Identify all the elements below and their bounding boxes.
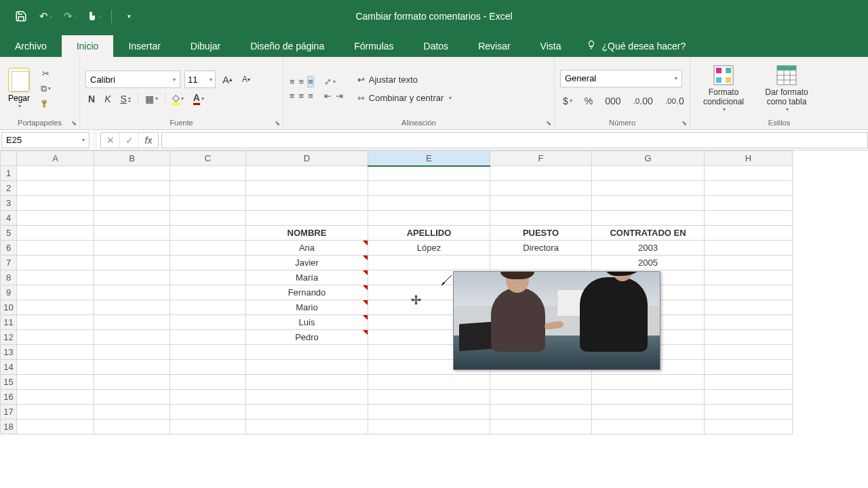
cell-F7[interactable] [490, 256, 592, 270]
comment-indicator-icon[interactable] [363, 256, 368, 260]
tab-archivo[interactable]: Archivo [0, 35, 62, 57]
cell-C2[interactable] [170, 181, 246, 196]
cell-B10[interactable] [94, 300, 170, 315]
cell-A10[interactable] [17, 300, 94, 315]
touch-mode-icon[interactable]: ▾ [87, 9, 102, 24]
cell-H13[interactable] [705, 345, 793, 360]
cell-D18[interactable] [246, 420, 368, 434]
cell-A2[interactable] [17, 181, 94, 196]
cell-C4[interactable] [170, 211, 246, 226]
cell-C16[interactable] [170, 390, 246, 405]
comment-indicator-icon[interactable] [363, 315, 368, 320]
cell-A11[interactable] [17, 315, 94, 330]
name-box[interactable]: E25▾ [1, 132, 90, 148]
cell-D3[interactable] [246, 196, 368, 211]
cell-B13[interactable] [94, 345, 170, 360]
cell-H11[interactable] [705, 315, 793, 330]
cell-A8[interactable] [17, 270, 94, 285]
tab-insertar[interactable]: Insertar [113, 35, 175, 57]
font-name-select[interactable]: Calibri▾ [85, 70, 180, 88]
cell-D12[interactable]: Pedro [246, 330, 368, 345]
cell-B14[interactable] [94, 360, 170, 375]
col-header-E[interactable]: E [368, 151, 490, 166]
cell-G2[interactable] [592, 181, 705, 196]
cell-D13[interactable] [246, 345, 368, 360]
cell-G3[interactable] [592, 196, 705, 211]
cell-E2[interactable] [368, 181, 490, 196]
copy-icon[interactable]: ⧉▾ [39, 83, 52, 95]
cell-B3[interactable] [94, 196, 170, 211]
cell-H12[interactable] [705, 330, 793, 345]
cell-C8[interactable] [170, 270, 246, 285]
wrap-text-button[interactable]: ↩ Ajustar texto [355, 73, 455, 86]
cell-F15[interactable] [490, 375, 592, 390]
cell-E7[interactable] [368, 256, 490, 270]
font-color-icon[interactable]: A▾ [191, 91, 207, 106]
cell-C3[interactable] [170, 196, 246, 211]
tab-revisar[interactable]: Revisar [463, 35, 525, 57]
cell-D7[interactable]: Javier [246, 256, 368, 270]
cell-H4[interactable] [705, 211, 793, 226]
cell-H1[interactable] [705, 166, 793, 181]
row-header-12[interactable]: 12 [1, 330, 17, 345]
row-header-5[interactable]: 5 [1, 226, 17, 241]
cell-D17[interactable] [246, 405, 368, 420]
row-header-3[interactable]: 3 [1, 196, 17, 211]
dialog-launcher-icon[interactable]: ⬊ [546, 119, 551, 127]
cell-B7[interactable] [94, 256, 170, 270]
cell-D1[interactable] [246, 166, 368, 181]
cell-C11[interactable] [170, 315, 246, 330]
cell-A14[interactable] [17, 360, 94, 375]
comment-indicator-icon[interactable] [363, 285, 368, 290]
row-header-18[interactable]: 18 [1, 420, 17, 434]
cell-F16[interactable] [490, 390, 592, 405]
shrink-font-icon[interactable]: A▾ [239, 73, 253, 85]
col-header-F[interactable]: F [490, 151, 592, 166]
cell-H15[interactable] [705, 375, 793, 390]
col-header-D[interactable]: D [246, 151, 368, 166]
row-header-2[interactable]: 2 [1, 181, 17, 196]
cell-C1[interactable] [170, 166, 246, 181]
cell-G6[interactable]: 2003 [592, 241, 705, 256]
row-header-13[interactable]: 13 [1, 345, 17, 360]
italic-button[interactable]: K [102, 92, 113, 106]
cell-E4[interactable] [368, 211, 490, 226]
row-header-7[interactable]: 7 [1, 256, 17, 270]
row-header-1[interactable]: 1 [1, 166, 17, 181]
cell-F17[interactable] [490, 405, 592, 420]
cell-G15[interactable] [592, 375, 705, 390]
cell-B5[interactable] [94, 226, 170, 241]
cell-H10[interactable] [705, 300, 793, 315]
grow-font-icon[interactable]: A▴ [220, 73, 235, 87]
select-all-corner[interactable] [1, 151, 17, 166]
cell-A13[interactable] [17, 345, 94, 360]
cell-D16[interactable] [246, 390, 368, 405]
cell-B12[interactable] [94, 330, 170, 345]
cell-E16[interactable] [368, 390, 490, 405]
row-header-8[interactable]: 8 [1, 270, 17, 285]
borders-icon[interactable]: ▦▾ [142, 92, 161, 106]
cell-D15[interactable] [246, 375, 368, 390]
cell-C10[interactable] [170, 300, 246, 315]
cell-C9[interactable] [170, 285, 246, 300]
cell-A1[interactable] [17, 166, 94, 181]
tell-me[interactable]: ¿Qué desea hacer? [576, 35, 696, 57]
cell-G4[interactable] [592, 211, 705, 226]
cell-A3[interactable] [17, 196, 94, 211]
col-header-A[interactable]: A [17, 151, 94, 166]
cell-A4[interactable] [17, 211, 94, 226]
cell-B17[interactable] [94, 405, 170, 420]
cell-D5[interactable]: NOMBRE [246, 226, 368, 241]
dialog-launcher-icon[interactable]: ⬊ [275, 119, 280, 127]
orientation-icon[interactable]: ⤢▾ [323, 76, 336, 87]
cell-E6[interactable]: López [368, 241, 490, 256]
cell-H6[interactable] [705, 241, 793, 256]
tab-formulas[interactable]: Fórmulas [339, 35, 408, 57]
cell-A6[interactable] [17, 241, 94, 256]
cell-B2[interactable] [94, 181, 170, 196]
cell-D11[interactable]: Luis [246, 315, 368, 330]
cell-H14[interactable] [705, 360, 793, 375]
align-top-icon[interactable]: ≡ [289, 76, 296, 87]
tab-inicio[interactable]: Inicio [62, 35, 114, 57]
row-header-17[interactable]: 17 [1, 405, 17, 420]
